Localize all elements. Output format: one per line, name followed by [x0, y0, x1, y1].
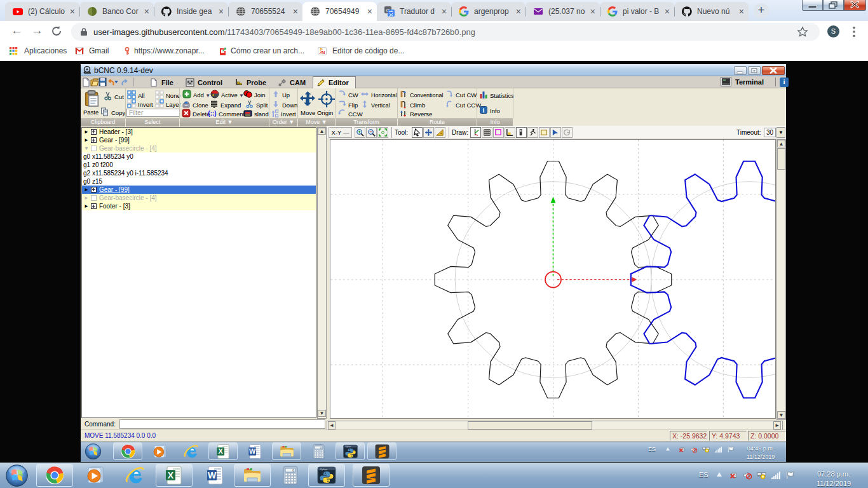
svg-text:Python: Python: [320, 468, 327, 471]
svg-text:i: i: [483, 107, 485, 114]
svg-text:(::): (::): [208, 110, 216, 117]
svg-text:Python: Python: [346, 445, 351, 448]
svg-text:X: X: [219, 447, 224, 455]
svg-text:X: X: [168, 470, 174, 480]
svg-text:0: 0: [292, 468, 294, 472]
svg-text:N: N: [322, 50, 325, 55]
svg-text:W: W: [249, 447, 256, 455]
svg-text:W: W: [208, 470, 217, 480]
